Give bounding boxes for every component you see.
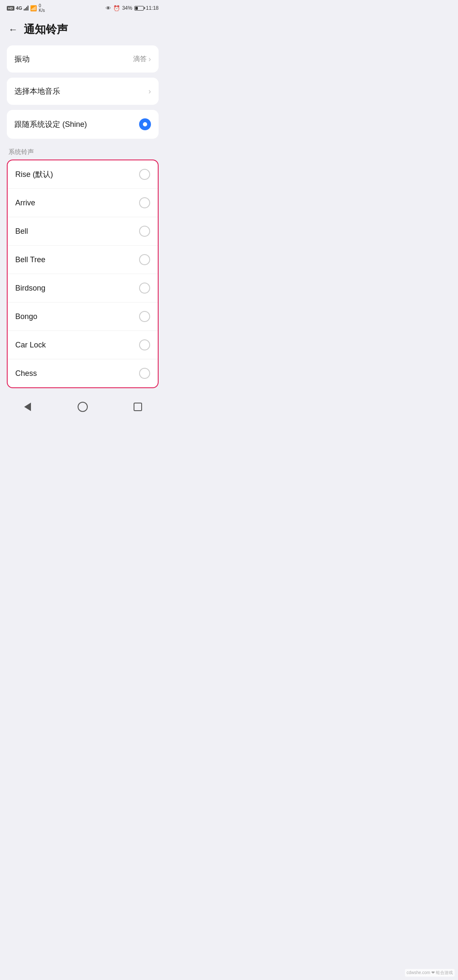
ringtone-radio[interactable] (139, 169, 150, 180)
ringtone-radio[interactable] (139, 283, 150, 294)
ringtone-name: Rise (默认) (15, 169, 53, 179)
local-music-card[interactable]: 选择本地音乐 › (7, 78, 159, 105)
status-left: HD 4G 📶 0K/s (7, 3, 45, 13)
ringtone-name: Bell (15, 227, 28, 236)
back-triangle-icon (24, 403, 31, 411)
signal-bars (24, 6, 28, 11)
follow-system-card[interactable]: 跟随系统设定 (Shine) (7, 110, 159, 139)
page-title: 通知铃声 (24, 22, 68, 37)
local-music-label: 选择本地音乐 (14, 86, 60, 96)
follow-system-row[interactable]: 跟随系统设定 (Shine) (7, 110, 159, 139)
hd-badge: HD (7, 6, 14, 11)
ringtone-item[interactable]: Bell (8, 217, 158, 246)
nav-recents-button[interactable] (130, 399, 145, 414)
system-ringtones-section-label: 系统铃声 (0, 144, 165, 160)
wifi-speed: 0K/s (39, 3, 45, 13)
ringtone-radio[interactable] (139, 368, 150, 379)
ringtone-item[interactable]: Chess (8, 359, 158, 387)
back-button[interactable]: ← (8, 24, 18, 35)
page-header: ← 通知铃声 (0, 15, 165, 45)
ringtone-item[interactable]: Birdsong (8, 274, 158, 302)
vibration-chevron: › (148, 55, 151, 64)
ringtone-name: Chess (15, 369, 37, 378)
ringtone-name: Bell Tree (15, 255, 45, 264)
follow-system-label: 跟随系统设定 (Shine) (14, 119, 87, 129)
nav-home-button[interactable] (75, 399, 90, 414)
ringtone-name: Bongo (15, 312, 37, 321)
status-bar: HD 4G 📶 0K/s 👁 ⏰ 34% 11:18 (0, 0, 165, 15)
alarm-icon: ⏰ (113, 5, 120, 11)
ringtone-item[interactable]: Arrive (8, 189, 158, 217)
ringtone-item[interactable]: Rise (默认) (8, 160, 158, 189)
vibration-row[interactable]: 振动 滴答 › (7, 45, 159, 73)
bottom-nav (0, 393, 165, 423)
battery-fill (135, 7, 138, 10)
ringtone-radio[interactable] (139, 197, 150, 208)
recents-square-icon (134, 403, 142, 411)
ringtone-radio[interactable] (139, 254, 150, 265)
ringtone-radio[interactable] (139, 311, 150, 322)
wifi-icon: 📶 (30, 5, 37, 11)
local-music-right: › (148, 87, 151, 96)
battery-icon (134, 6, 144, 11)
home-circle-icon (78, 402, 88, 412)
ringtone-name: Birdsong (15, 284, 45, 293)
status-right: 👁 ⏰ 34% 11:18 (106, 5, 159, 11)
ringtone-radio[interactable] (139, 226, 150, 237)
ringtone-item[interactable]: Car Lock (8, 331, 158, 359)
vibration-card[interactable]: 振动 滴答 › (7, 45, 159, 73)
ringtone-name: Car Lock (15, 341, 46, 350)
ringtone-name: Arrive (15, 199, 35, 207)
vibration-value: 滴答 (133, 55, 147, 64)
local-music-row[interactable]: 选择本地音乐 › (7, 78, 159, 105)
eye-icon: 👁 (106, 5, 111, 11)
ringtone-radio[interactable] (139, 339, 150, 350)
ringtone-item[interactable]: Bongo (8, 302, 158, 331)
time-display: 11:18 (146, 5, 159, 11)
nav-back-button[interactable] (20, 399, 35, 414)
follow-system-radio[interactable] (139, 118, 151, 130)
4g-label: 4G (16, 6, 22, 11)
local-music-chevron: › (148, 87, 151, 96)
vibration-label: 振动 (14, 54, 30, 64)
ringtone-item[interactable]: Bell Tree (8, 246, 158, 274)
battery-percent: 34% (122, 5, 132, 11)
battery-container (134, 6, 144, 11)
vibration-value-container: 滴答 › (133, 55, 151, 64)
ringtone-list-card: Rise (默认)ArriveBellBell TreeBirdsongBong… (7, 160, 159, 388)
